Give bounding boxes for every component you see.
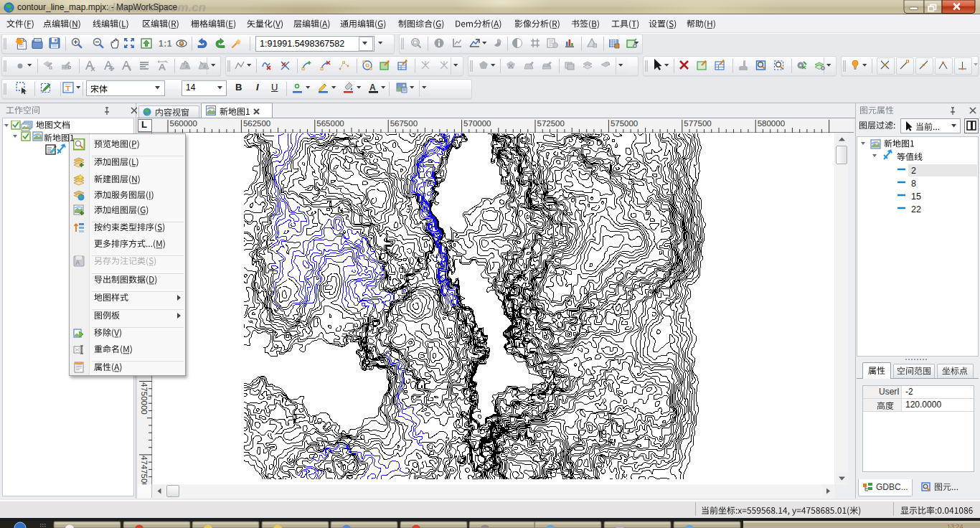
svg-text:A: A	[75, 259, 80, 266]
svg-text:13:24: 13:24	[947, 523, 963, 528]
